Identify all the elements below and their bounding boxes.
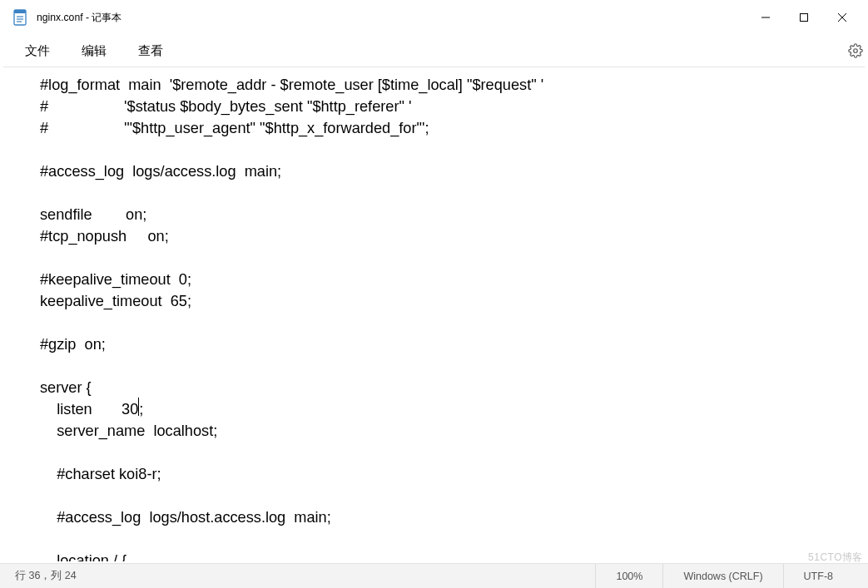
editor-line	[40, 247, 865, 269]
status-encoding[interactable]: UTF-8	[783, 564, 853, 588]
editor-line	[40, 139, 865, 161]
window-controls	[746, 4, 861, 31]
editor-line	[40, 355, 865, 377]
svg-rect-1	[14, 10, 26, 13]
editor-line: #gzip on;	[40, 334, 865, 355]
editor-line: #log_format main '$remote_addr - $remote…	[40, 74, 865, 96]
text-cursor	[138, 398, 139, 416]
text-editor[interactable]: #log_format main '$remote_addr - $remote…	[0, 67, 868, 561]
editor-line: #access_log logs/host.access.log main;	[40, 506, 865, 528]
editor-line	[40, 485, 865, 506]
status-line-ending[interactable]: Windows (CRLF)	[662, 564, 782, 588]
editor-line: # '"$http_user_agent" "$http_x_forwarded…	[40, 117, 865, 139]
editor-line: server {	[40, 377, 865, 398]
status-position: 行 36，列 24	[15, 569, 595, 583]
editor-line	[40, 182, 865, 204]
svg-rect-6	[801, 14, 808, 22]
editor-line: #keepalive_timeout 0;	[40, 269, 865, 290]
minimize-button[interactable]	[746, 4, 785, 31]
editor-line: #access_log logs/access.log main;	[40, 161, 865, 182]
menu-file[interactable]: 文件	[17, 38, 58, 64]
svg-point-9	[854, 49, 858, 53]
close-button[interactable]	[823, 4, 861, 31]
menu-bar: 文件 编辑 查看	[0, 35, 868, 67]
gear-icon[interactable]	[846, 42, 865, 60]
notepad-icon	[13, 9, 27, 26]
editor-line: #tcp_nopush on;	[40, 225, 865, 247]
editor-line: listen 30;	[40, 398, 865, 420]
status-zoom[interactable]: 100%	[595, 564, 662, 588]
window-title: nginx.conf - 记事本	[37, 11, 746, 25]
editor-line: server_name localhost;	[40, 420, 865, 442]
menu-view[interactable]: 查看	[130, 38, 171, 64]
editor-line	[40, 442, 865, 463]
editor-line: keepalive_timeout 65;	[40, 290, 865, 312]
editor-line	[40, 528, 865, 550]
editor-line: # '$status $body_bytes_sent "$http_refer…	[40, 96, 865, 117]
status-bar: 行 36，列 24 100% Windows (CRLF) UTF-8	[0, 563, 868, 588]
menu-edit[interactable]: 编辑	[73, 38, 115, 64]
editor-line: location / {	[40, 550, 865, 561]
editor-line: #charset koi8-r;	[40, 463, 865, 485]
editor-line	[40, 312, 865, 334]
title-bar: nginx.conf - 记事本	[0, 0, 868, 35]
editor-line: sendfile on;	[40, 204, 865, 225]
maximize-button[interactable]	[785, 4, 823, 31]
